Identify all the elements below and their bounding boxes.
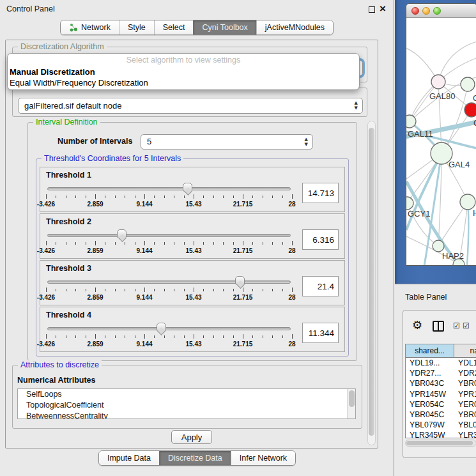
close-traffic-light-icon[interactable] [411, 7, 419, 15]
attributes-scrollbar[interactable] [347, 389, 355, 418]
bottom-tab-infer-network[interactable]: Infer Network [231, 451, 295, 465]
threshold-value-field[interactable]: 6.316 [302, 229, 339, 250]
gear-icon[interactable]: ⚙ [412, 319, 422, 331]
dropdown-option-manual[interactable]: Manual Discretization [8, 66, 359, 77]
table-row[interactable]: YLR345WYLR3 [406, 430, 476, 438]
slider-tick [115, 196, 116, 198]
slider-tick [223, 242, 224, 245]
threshold-slider[interactable]: -3.4262.8599.14415.4321.71528 [46, 183, 292, 211]
table-row[interactable]: YBL079WYBL0 [406, 420, 476, 430]
column-header-shared-name[interactable]: shared... [406, 344, 454, 357]
control-panel-titlebar: Control Panel × [0, 0, 394, 18]
tab-network[interactable]: Network [61, 20, 119, 35]
attribute-list-item[interactable]: TopologicalCoefficient [18, 400, 355, 411]
slider-track[interactable] [47, 327, 291, 330]
network-view-window[interactable]: GAL80 G C GAL11 GAL4 GCY1 H HAP2 [406, 3, 476, 266]
node-hap2[interactable] [433, 240, 444, 252]
slider-tick [154, 242, 155, 245]
slider-tick [272, 289, 273, 291]
threshold-value-field[interactable]: 21.4 [302, 276, 339, 296]
slider-tick [252, 242, 253, 245]
slider-thumb[interactable] [157, 323, 166, 332]
table-row[interactable]: YBR043CYBR0 [406, 378, 476, 388]
slider-tick [66, 289, 66, 291]
attribute-list-item[interactable]: BetweennessCentrality [18, 411, 355, 419]
tab-style[interactable]: Style [119, 20, 154, 35]
slider-tick [203, 289, 204, 291]
slider-tick-label: 15.43 [185, 247, 201, 254]
slider-tick [115, 289, 116, 291]
slider-tick [164, 289, 165, 291]
content-scrollbar[interactable] [367, 121, 376, 445]
slider-tick [144, 241, 145, 245]
table-row[interactable]: YDR27...YDR2 [406, 368, 476, 378]
slider-track[interactable] [47, 234, 291, 237]
table-row[interactable]: YBR045CYBR0 [406, 410, 476, 420]
checkbox-icon[interactable]: ☑ [453, 322, 460, 330]
numerical-attributes-list[interactable]: SelfLoopsTopologicalCoefficientBetweenne… [17, 388, 356, 419]
slider-thumb[interactable] [235, 276, 245, 285]
threshold-slider[interactable]: -3.4262.8599.14415.4321.71528 [46, 323, 292, 351]
cell-name: YBR0 [454, 378, 476, 388]
bottom-tab-discretize-data[interactable]: Discretize Data [159, 451, 231, 465]
threshold-slider[interactable]: -3.4262.8599.14415.4321.71528 [46, 276, 292, 304]
threshold-value-field[interactable]: 11.344 [302, 323, 339, 343]
threshold-panel-4: Threshold 4-3.4262.8599.14415.4321.71528… [40, 307, 345, 352]
node-gal11[interactable] [406, 115, 416, 128]
table-row[interactable]: YPR145WYPR1 [406, 389, 476, 399]
node-gcy1[interactable] [406, 197, 413, 210]
attribute-list-item[interactable]: SelfLoops [18, 389, 355, 400]
threshold-panel-3: Threshold 3-3.4262.8599.14415.4321.71528… [40, 260, 345, 305]
cell-shared-name: YER054C [406, 399, 454, 410]
node-gal80[interactable] [431, 75, 445, 89]
column-header-name[interactable]: name [454, 344, 476, 357]
slider-tick-label: 2.859 [87, 341, 103, 348]
threshold-panel-2: Threshold 2-3.4262.8599.14415.4321.71528… [40, 213, 345, 259]
label-gal11: GAL11 [408, 129, 433, 139]
slider-thumb[interactable] [117, 229, 127, 238]
zoom-traffic-light-icon[interactable] [433, 7, 441, 15]
table-row[interactable]: YDL19...YDL1 [406, 358, 476, 368]
slider-tick [194, 241, 194, 245]
label-partial-right: H [473, 208, 476, 218]
split-columns-icon[interactable] [433, 321, 444, 332]
tab-jactivemnodules[interactable]: jActiveMNodules [256, 20, 333, 35]
node-partial-top[interactable] [461, 77, 475, 91]
tab-select[interactable]: Select [154, 20, 194, 35]
node-partial-right[interactable] [460, 194, 475, 210]
threshold-slider[interactable]: -3.4262.8599.14415.4321.71528 [46, 229, 292, 257]
slider-tick [164, 335, 165, 338]
slider-tick [46, 194, 47, 199]
slider-tick [154, 335, 155, 338]
node-table[interactable]: shared... name YDL19...YDL1YDR27...YDR2Y… [405, 344, 476, 438]
threshold-value-field[interactable]: 14.713 [302, 183, 339, 203]
slider-tick [174, 196, 174, 198]
checkbox-icon[interactable]: ☑ [463, 322, 470, 330]
apply-button[interactable]: Apply [171, 430, 212, 444]
cell-name: YDR2 [454, 368, 476, 378]
cyni-toolbox-panel: Discretization Algorithm ▲▼ Select algor… [5, 40, 378, 449]
slider-track[interactable] [47, 280, 291, 284]
table-data-combobox[interactable]: galFiltered.sif default node ▲▼ [18, 98, 363, 114]
table-row[interactable]: YER054CYER0 [406, 399, 476, 410]
slider-thumb[interactable] [183, 183, 192, 192]
tab-label: Cyni Toolbox [202, 23, 247, 32]
tab-cyni-toolbox[interactable]: Cyni Toolbox [193, 20, 256, 35]
float-window-icon[interactable] [369, 6, 375, 13]
node-red[interactable] [464, 103, 476, 117]
number-of-intervals-spinner[interactable]: 5 ▲▼ [141, 134, 313, 150]
slider-tick [105, 196, 105, 198]
network-canvas[interactable]: GAL80 G C GAL11 GAL4 GCY1 H HAP2 [406, 18, 476, 266]
slider-tick [125, 242, 125, 245]
slider-track[interactable] [47, 187, 291, 190]
slider-tick [135, 196, 135, 198]
threshold-panel-1: Threshold 1-3.4262.8599.14415.4321.71528… [40, 167, 345, 212]
dropdown-option-equal-width[interactable]: Equal Width/Frequency Discretization [8, 77, 359, 88]
minimize-traffic-light-icon[interactable] [422, 7, 430, 15]
bottom-tab-impute-data[interactable]: Impute Data [99, 451, 159, 465]
close-icon[interactable]: × [380, 3, 386, 15]
cell-name: YER0 [454, 399, 476, 410]
slider-tick [282, 289, 283, 291]
table-horizontal-scrollbar[interactable] [405, 440, 476, 447]
cell-shared-name: YBR043C [406, 378, 454, 388]
